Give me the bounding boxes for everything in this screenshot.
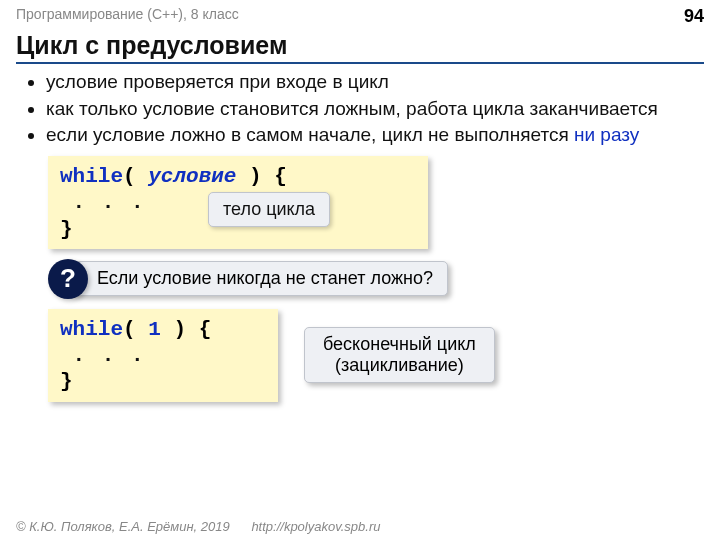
page-number: 94 [684,6,704,27]
code-body-dots: . . . [73,344,146,367]
while-keyword: while [60,165,123,188]
code-punct: ( [123,318,148,341]
bullet-item: как только условие становится ложным, ра… [46,97,696,122]
question-icon: ? [48,259,88,299]
while-keyword: while [60,318,123,341]
footer: © К.Ю. Поляков, Е.А. Ерёмин, 2019 http:/… [16,519,380,534]
code-block-infinite: while( 1 ) { . . . } [48,309,278,402]
bullet-list: условие проверяется при входе в цикл как… [32,70,696,148]
code-punct: ) { [236,165,286,188]
course-label: Программирование (C++), 8 класс [16,6,239,27]
code-body-dots: . . . [73,191,146,214]
question-text: Если условие никогда не станет ложно? [70,261,448,296]
bullet-highlight: ни разу [574,124,639,145]
code-condition: условие [148,165,236,188]
code-close-brace: } [60,369,266,395]
footer-url: http://kpolyakov.spb.ru [251,519,380,534]
loop-body-callout: тело цикла [208,192,330,227]
bullet-item: если условие ложно в самом начале, цикл … [46,123,696,148]
code-punct: ( [123,165,148,188]
bullet-text: если условие ложно в самом начале, цикл … [46,124,574,145]
code-punct: ) { [161,318,211,341]
code-condition-literal: 1 [148,318,161,341]
footer-copyright: © К.Ю. Поляков, Е.А. Ерёмин, 2019 [16,519,230,534]
infinite-line2: (зацикливание) [323,355,476,376]
infinite-line1: бесконечный цикл [323,334,476,355]
infinite-loop-callout: бесконечный цикл (зацикливание) [304,327,495,383]
slide-title: Цикл с предусловием [16,31,704,64]
bullet-item: условие проверяется при входе в цикл [46,70,696,95]
code-block-while: while( условие ) { . . . } тело цикла [48,156,428,249]
